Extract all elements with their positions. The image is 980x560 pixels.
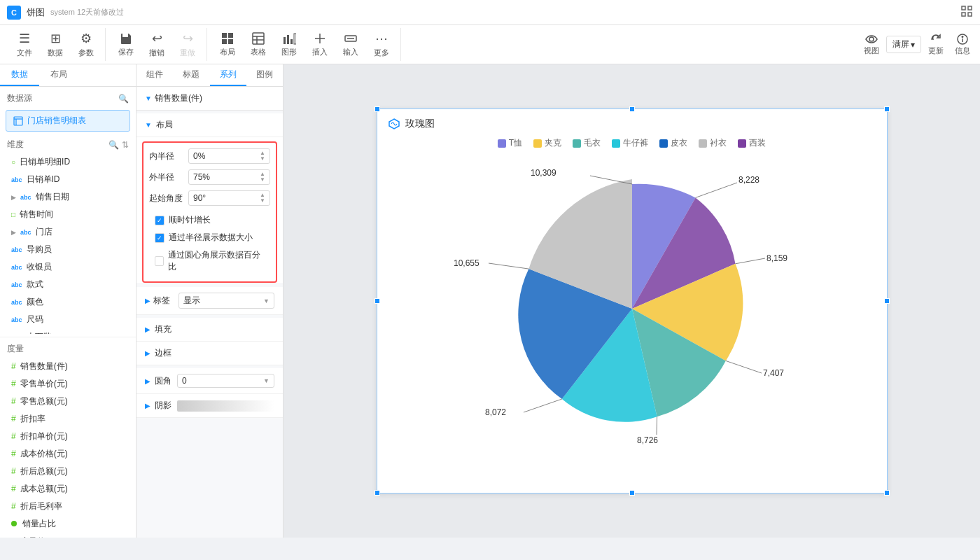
main-area: 数据 布局 数据源 🔍 门店销售明细表 维度 🔍 ⇅ ○ 日销单明细ID abc	[0, 64, 980, 538]
resize-handle-tr[interactable]	[884, 106, 890, 112]
left-tabs-row: 数据 布局	[0, 64, 136, 87]
chart-container[interactable]: 玫瑰图 T恤 夹克 毛衣 牛仔裤	[377, 108, 888, 493]
outer-radius-down[interactable]: ▼	[260, 177, 265, 183]
dim-item-2[interactable]: ▶ abc 销售日期	[0, 188, 136, 206]
resize-handle-br[interactable]	[884, 490, 890, 496]
fill-section[interactable]: ▶ 填充	[136, 318, 283, 342]
measure-item-5[interactable]: # 成本价格(元)	[0, 445, 136, 463]
hash-icon-2: #	[11, 396, 16, 406]
dim-item-7[interactable]: abc 款式	[0, 276, 136, 293]
tag-select[interactable]: 显示 ▼	[178, 293, 274, 309]
layout-section-title[interactable]: ▼ 布局	[136, 113, 283, 137]
dimension-list: ○ 日销单明细ID abc 日销单ID ▶ abc 销售日期 □ 销售时间 ▶ …	[0, 153, 136, 334]
outer-radius-input[interactable]: 75% ▲ ▼	[188, 169, 270, 185]
info-button[interactable]: 信息	[951, 30, 974, 59]
input-button[interactable]: 输入	[336, 29, 365, 60]
measure-item-8[interactable]: # 折后毛利率	[0, 498, 136, 515]
dim-type-icon-9: abc	[11, 316, 22, 323]
chart-button[interactable]: 图形	[274, 29, 304, 60]
checkbox-row-2[interactable]: ✓ 通过半径展示数据大小	[149, 229, 270, 246]
table-button[interactable]: 表格	[244, 29, 273, 60]
circle-icon-9	[11, 521, 17, 526]
tab-layout[interactable]: 布局	[39, 64, 78, 86]
more-button[interactable]: ⋯ 更多	[367, 28, 396, 61]
middle-tab-title[interactable]: 标题	[173, 64, 209, 86]
toolbar-group-actions: 保存 ↩ 撤销 ↪ 重做	[107, 28, 207, 61]
view-button[interactable]: 视图	[860, 30, 883, 59]
inner-radius-down[interactable]: ▼	[260, 156, 265, 162]
measure-item-9[interactable]: 销量占比	[0, 515, 136, 533]
param-button[interactable]: ⚙ 参数	[71, 28, 101, 61]
dimension-header: 维度 🔍 ⇅	[0, 134, 136, 153]
dim-item-6[interactable]: abc 收银员	[0, 258, 136, 276]
svg-line-31	[657, 416, 657, 435]
hash-icon-5: #	[11, 449, 16, 458]
resize-handle-ml[interactable]	[374, 298, 380, 304]
layout-button[interactable]: 布局	[213, 29, 242, 60]
border-section[interactable]: ▶ 边框	[136, 342, 283, 365]
tab-data[interactable]: 数据	[0, 64, 39, 86]
checkbox-angle-pct[interactable]	[155, 256, 164, 266]
dim-item-5[interactable]: abc 导购员	[0, 241, 136, 258]
resize-handle-tm[interactable]	[629, 106, 635, 112]
start-angle-down[interactable]: ▼	[260, 198, 265, 204]
measure-item-7[interactable]: # 成本总额(元)	[0, 480, 136, 498]
svg-rect-6	[222, 39, 227, 44]
checkbox-row-3[interactable]: 通过圆心角展示数据百分比	[149, 246, 270, 276]
data-button[interactable]: ⊞ 数据	[41, 28, 70, 61]
middle-tab-series[interactable]: 系列	[210, 64, 246, 86]
datasource-header: 数据源 🔍	[0, 87, 136, 110]
svg-rect-12	[284, 37, 286, 44]
insert-button[interactable]: 插入	[305, 29, 335, 60]
measure-item-10[interactable]: # 度量值	[0, 533, 136, 538]
fullscreen-icon[interactable]	[960, 5, 973, 20]
dim-item-9[interactable]: abc 尺码	[0, 311, 136, 328]
measure-item-6[interactable]: # 折后总额(元)	[0, 463, 136, 480]
checkbox-radius-size[interactable]: ✓	[155, 233, 164, 243]
label-piyi: 8,072	[485, 407, 506, 417]
checkbox-clockwise[interactable]: ✓	[155, 216, 164, 225]
sort-dim-icon[interactable]: ⇅	[122, 140, 129, 150]
refresh-button[interactable]: 更新	[924, 30, 948, 59]
measure-item-0[interactable]: # 销售数量(件)	[0, 358, 136, 375]
middle-tab-component[interactable]: 组件	[136, 64, 173, 86]
resize-handle-bl[interactable]	[374, 490, 380, 496]
expand-icon-2: ▶	[11, 194, 16, 201]
svg-line-32	[524, 399, 562, 412]
start-angle-input[interactable]: 90° ▲ ▼	[188, 190, 270, 206]
dim-type-icon-2: abc	[20, 194, 31, 201]
resize-handle-bm[interactable]	[629, 490, 635, 496]
dim-item-10[interactable]: abc 上下装	[0, 328, 136, 334]
search-icon[interactable]: 🔍	[118, 94, 129, 104]
dim-item-8[interactable]: abc 颜色	[0, 293, 136, 311]
resize-handle-tl[interactable]	[374, 106, 380, 112]
resize-handle-mr[interactable]	[884, 298, 890, 304]
measure-item-2[interactable]: # 零售总额(元)	[0, 393, 136, 410]
dim-item-3[interactable]: □ 销售时间	[0, 206, 136, 223]
checkbox-row-1[interactable]: ✓ 顺时针增长	[149, 211, 270, 229]
legend-item-0: T恤	[498, 137, 522, 149]
radius-select[interactable]: 0 ▼	[177, 374, 274, 388]
dim-item-1[interactable]: abc 日销单ID	[0, 171, 136, 188]
outer-radius-row: 外半径 75% ▲ ▼	[149, 169, 270, 185]
expand-icon-4: ▶	[11, 229, 16, 236]
toolbar-right: 视图 满屏 ▾ 更新 信息	[860, 30, 974, 59]
dim-item-4[interactable]: ▶ abc 门店	[0, 223, 136, 241]
middle-tab-legend[interactable]: 图例	[246, 64, 283, 86]
measure-item-3[interactable]: # 折扣率	[0, 410, 136, 428]
search-dim-icon[interactable]: 🔍	[108, 140, 119, 150]
save-button[interactable]: 保存	[111, 29, 141, 60]
fullscreen-button[interactable]: 满屏 ▾	[886, 36, 921, 53]
dim-type-icon-5: abc	[11, 246, 22, 253]
measure-item-1[interactable]: # 零售单价(元)	[0, 375, 136, 393]
hash-icon-1: #	[11, 379, 16, 388]
svg-rect-1	[968, 6, 972, 10]
measure-item-4[interactable]: # 折扣单价(元)	[0, 428, 136, 445]
dim-item-0[interactable]: ○ 日销单明细ID	[0, 153, 136, 171]
redo-button[interactable]: ↪ 重做	[173, 28, 202, 61]
inner-radius-input[interactable]: 0% ▲ ▼	[188, 148, 270, 164]
undo-button[interactable]: ↩ 撤销	[142, 28, 172, 61]
file-button[interactable]: ☰ 文件	[10, 28, 39, 61]
datasource-item[interactable]: 门店销售明细表	[6, 110, 130, 132]
middle-tabs: 组件 标题 系列 图例	[136, 64, 283, 87]
